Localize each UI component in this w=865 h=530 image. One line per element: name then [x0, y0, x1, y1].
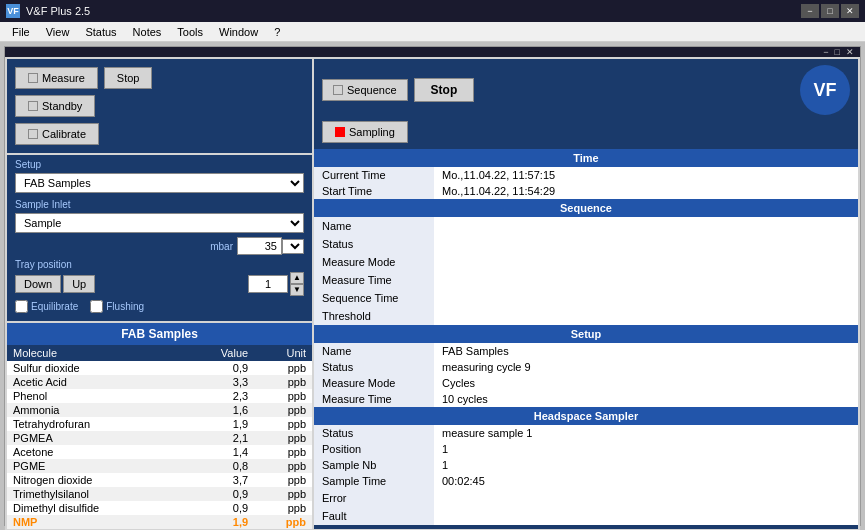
info-value	[434, 217, 858, 235]
list-item: Sample Nb 1	[314, 457, 858, 473]
list-item: Sequence Time	[314, 289, 858, 307]
sequence-indicator	[333, 85, 343, 95]
table-row: NMP 1,9 ppb	[7, 515, 312, 529]
cell-unit: ppb	[254, 501, 312, 515]
mbar-input[interactable]	[237, 237, 282, 255]
sample-inlet-dropdown[interactable]: Sample	[15, 213, 304, 233]
menu-view[interactable]: View	[38, 24, 78, 40]
cell-value: 1,6	[183, 403, 254, 417]
equilibrate-checkbox[interactable]	[15, 300, 28, 313]
tray-up-spinner[interactable]: ▲	[290, 272, 304, 284]
cell-value: 2,1	[183, 431, 254, 445]
table-row: Sulfur dioxide 0,9 ppb	[7, 361, 312, 375]
equilibrate-checkbox-label[interactable]: Equilibrate	[15, 300, 78, 313]
cell-unit: ppb	[254, 431, 312, 445]
app-icon: VF	[6, 4, 20, 18]
menu-notes[interactable]: Notes	[125, 24, 170, 40]
inner-close[interactable]: ✕	[844, 47, 856, 57]
setup-dropdown[interactable]: FAB Samples	[15, 173, 304, 193]
table-row: Phenol 2,3 ppb	[7, 389, 312, 403]
info-label: Error	[314, 489, 434, 507]
calibrate-button[interactable]: Calibrate	[15, 123, 99, 145]
sampling-button[interactable]: Sampling	[322, 121, 408, 143]
minimize-button[interactable]: −	[801, 4, 819, 18]
menu-status[interactable]: Status	[77, 24, 124, 40]
info-value: Cycles	[434, 375, 858, 391]
list-item: Threshold	[314, 307, 858, 325]
info-label: Threshold	[314, 307, 434, 325]
tray-section: Tray position Down Up ▲ ▼	[15, 259, 304, 313]
stop-button-right[interactable]: Stop	[414, 78, 475, 102]
info-value: measure sample 1	[434, 425, 858, 441]
checkbox-row: Equilibrate Flushing	[15, 300, 304, 313]
menu-file[interactable]: File	[4, 24, 38, 40]
list-item: Start Time Mo.,11.04.22, 11:54:29	[314, 183, 858, 199]
info-label: Status	[314, 235, 434, 253]
sampling-row: Sampling	[314, 121, 858, 149]
list-item: Sample Time 00:02:45	[314, 473, 858, 489]
tray-down-spinner[interactable]: ▼	[290, 284, 304, 296]
standby-button[interactable]: Standby	[15, 95, 95, 117]
table-row: Nitrogen dioxide 3,7 ppb	[7, 473, 312, 487]
cell-value: 1,9	[183, 417, 254, 431]
cell-unit: ppb	[254, 361, 312, 375]
info-value: 1	[434, 441, 858, 457]
cell-molecule: Phenol	[7, 389, 183, 403]
info-value	[434, 289, 858, 307]
cell-unit: ppb	[254, 417, 312, 431]
list-item: Fault	[314, 507, 858, 525]
info-value	[434, 507, 858, 525]
list-item: Error	[314, 489, 858, 507]
measure-button[interactable]: Measure	[15, 67, 98, 89]
down-button[interactable]: Down	[15, 275, 61, 293]
list-item: Measure Time 10 cycles	[314, 391, 858, 407]
inner-maximize[interactable]: □	[833, 47, 842, 57]
cell-value: 0,8	[183, 459, 254, 473]
cell-molecule: Trimethylsilanol	[7, 487, 183, 501]
maximize-button[interactable]: □	[821, 4, 839, 18]
menu-tools[interactable]: Tools	[169, 24, 211, 40]
cell-value: 1,9	[183, 515, 254, 529]
section-header: Setup	[314, 325, 858, 343]
stop-button-left[interactable]: Stop	[104, 67, 153, 89]
info-value	[434, 271, 858, 289]
up-button[interactable]: Up	[63, 275, 95, 293]
app-title: V&F Plus 2.5	[26, 5, 90, 17]
flushing-checkbox[interactable]	[90, 300, 103, 313]
info-label: Name	[314, 343, 434, 359]
flushing-checkbox-label[interactable]: Flushing	[90, 300, 144, 313]
list-item: Status measuring cycle 9	[314, 359, 858, 375]
sampling-indicator	[335, 127, 345, 137]
cell-value: 0,9	[183, 487, 254, 501]
inner-minimize[interactable]: −	[821, 47, 830, 57]
mbar-select[interactable]	[282, 239, 304, 254]
list-item: Measure Time	[314, 271, 858, 289]
list-item: Measure Mode	[314, 253, 858, 271]
list-item: Measure Mode Cycles	[314, 375, 858, 391]
info-section: Time Current Time Mo.,11.04.22, 11:57:15…	[314, 149, 858, 529]
cell-molecule: Acetone	[7, 445, 183, 459]
info-label: Measure Time	[314, 391, 434, 407]
section-header: Headspace Sampler	[314, 407, 858, 425]
cell-molecule: Nitrogen dioxide	[7, 473, 183, 487]
main-content: Measure Stop Standby Calibrate	[5, 57, 860, 530]
sample-inlet-label: Sample Inlet	[15, 199, 304, 210]
setup-section: Setup FAB Samples Sample Inlet Sample mb…	[7, 155, 312, 321]
info-label: Measure Time	[314, 271, 434, 289]
standby-row: Standby	[15, 95, 304, 117]
table-row: Trimethylsilanol 0,9 ppb	[7, 487, 312, 501]
info-label: Name	[314, 217, 434, 235]
close-button[interactable]: ✕	[841, 4, 859, 18]
cell-unit: ppb	[254, 389, 312, 403]
tray-row: Down Up ▲ ▼	[15, 272, 304, 296]
sequence-button[interactable]: Sequence	[322, 79, 408, 101]
menu-window[interactable]: Window	[211, 24, 266, 40]
measurements-title: FAB Samples	[7, 323, 312, 345]
cell-molecule: Tetrahydrofuran	[7, 417, 183, 431]
tray-position-input[interactable]	[248, 275, 288, 293]
calibrate-indicator	[28, 129, 38, 139]
menu-help[interactable]: ?	[266, 24, 288, 40]
info-table: Time Current Time Mo.,11.04.22, 11:57:15…	[314, 149, 858, 525]
list-item: Status measure sample 1	[314, 425, 858, 441]
col-unit: Unit	[254, 345, 312, 361]
